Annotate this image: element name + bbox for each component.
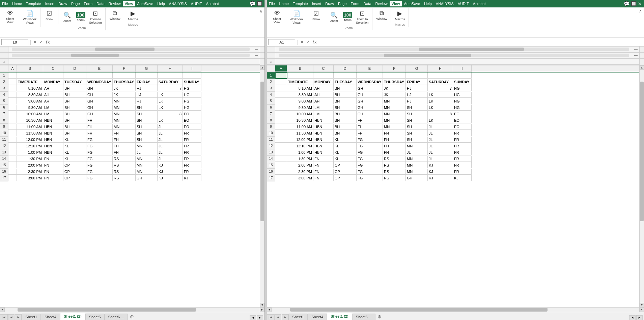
grid-cell[interactable]: HBN — [313, 137, 334, 143]
grid-cell[interactable]: FN — [43, 162, 63, 168]
grid-cell[interactable] — [63, 72, 86, 79]
grid-cell[interactable]: LM — [43, 111, 63, 117]
grid-cell[interactable]: LK — [428, 105, 453, 111]
grid-cell[interactable]: SUNDAY — [453, 79, 472, 85]
grid-cell[interactable]: FR — [453, 137, 472, 143]
grid-cell[interactable]: GH — [357, 111, 383, 117]
right-freeze-collapse-1[interactable]: — — [634, 47, 638, 51]
right-confirm-button[interactable]: ✓ — [305, 40, 311, 45]
grid-cell[interactable]: SUNDAY — [183, 79, 201, 85]
menu-page[interactable]: Page — [69, 1, 82, 6]
left-freeze-collapse-2[interactable]: — — [255, 53, 258, 57]
grid-cell[interactable]: BH — [334, 124, 357, 130]
grid-cell[interactable]: KL — [63, 137, 86, 143]
grid-cell[interactable]: FR — [453, 130, 472, 136]
grid-cell[interactable] — [8, 156, 17, 162]
grid-cell[interactable] — [383, 72, 406, 79]
grid-cell[interactable]: 1:00 PM — [287, 149, 313, 155]
grid-cell[interactable] — [43, 72, 63, 79]
row-number[interactable]: 9 — [267, 124, 275, 130]
grid-cell[interactable]: JL — [158, 149, 183, 155]
r-menu-acrobat[interactable]: Acrobat — [471, 1, 488, 6]
grid-cell[interactable]: 11:30 AM — [287, 130, 313, 136]
menu-autosave[interactable]: AutoSave — [135, 1, 155, 6]
grid-cell[interactable]: MN — [113, 111, 136, 117]
grid-cell[interactable]: JL — [158, 137, 183, 143]
left-function-button[interactable]: ƒx — [45, 40, 51, 45]
grid-cell[interactable] — [8, 124, 17, 130]
grid-cell[interactable]: BH — [334, 105, 357, 111]
grid-cell[interactable]: 8 — [428, 111, 453, 117]
grid-cell[interactable]: 11:00 AM — [287, 124, 313, 130]
grid-cell[interactable]: MN — [406, 162, 428, 168]
col-header-G-right[interactable]: G — [406, 65, 428, 72]
left-tab-first[interactable]: |◄ — [0, 314, 8, 320]
grid-cell[interactable]: FG — [357, 175, 383, 181]
grid-cell[interactable]: OP — [334, 162, 357, 168]
grid-cell[interactable]: RS — [383, 162, 406, 168]
grid-cell[interactable]: KJ — [428, 169, 453, 175]
right-tab-sheet1-2[interactable]: Sheet1 (2) — [327, 313, 352, 320]
grid-cell[interactable]: HJ — [406, 85, 428, 91]
grid-cell[interactable]: JL — [428, 156, 453, 162]
grid-cell[interactable]: FR — [183, 169, 201, 175]
grid-cell[interactable] — [8, 79, 17, 85]
grid-cell[interactable]: EO — [183, 124, 201, 130]
right-tab-sheet1[interactable]: Sheet1 — [288, 314, 308, 320]
grid-cell[interactable]: LK — [428, 117, 453, 123]
row-number[interactable]: 4 — [267, 92, 275, 98]
left-tab-prev[interactable]: ◄ — [8, 314, 15, 320]
menu-data[interactable]: Data — [94, 1, 106, 6]
grid-cell[interactable]: HBN — [43, 124, 63, 130]
grid-cell[interactable]: 10:00 AM — [287, 111, 313, 117]
grid-cell[interactable]: HBN — [313, 124, 334, 130]
grid-cell[interactable]: MN — [113, 98, 136, 104]
grid-cell[interactable]: HBN — [43, 130, 63, 136]
grid-cell[interactable]: TUESDAY — [334, 79, 357, 85]
grid-cell[interactable]: GH — [357, 105, 383, 111]
grid-cell[interactable] — [275, 105, 287, 111]
grid-cell[interactable]: JL — [158, 130, 183, 136]
grid-cell[interactable]: 1:30 PM — [287, 156, 313, 162]
right-vscroll-up[interactable]: ▲ — [640, 65, 644, 70]
grid-cell[interactable] — [8, 175, 17, 181]
grid-cell[interactable]: SH — [406, 105, 428, 111]
grid-cell[interactable]: HG — [453, 98, 472, 104]
grid-cell[interactable]: KL — [334, 143, 357, 149]
grid-cell[interactable]: AH — [313, 98, 334, 104]
row-number[interactable]: 12 — [0, 143, 8, 149]
grid-cell[interactable]: MN — [383, 117, 406, 123]
grid-cell[interactable]: SH — [406, 117, 428, 123]
grid-cell[interactable]: FN — [313, 156, 334, 162]
grid-cell[interactable]: HBN — [313, 143, 334, 149]
row-number[interactable]: 15 — [0, 162, 8, 169]
grid-cell[interactable]: GH — [357, 92, 383, 98]
grid-cell[interactable]: FR — [183, 162, 201, 168]
col-header-D-right[interactable]: D — [334, 65, 357, 72]
grid-cell[interactable] — [8, 111, 17, 117]
grid-cell[interactable]: GH — [357, 85, 383, 91]
row-number[interactable]: 11 — [267, 137, 275, 143]
grid-cell[interactable]: KJ — [428, 162, 453, 168]
grid-cell[interactable]: RS — [383, 175, 406, 181]
grid-cell[interactable]: RS — [113, 175, 136, 181]
grid-cell[interactable]: JL — [428, 130, 453, 136]
grid-cell[interactable]: GH — [357, 98, 383, 104]
left-hscroll-left[interactable]: ◄ — [0, 308, 5, 312]
col-header-H-left[interactable]: H — [158, 65, 183, 72]
row-number[interactable]: 2 — [267, 79, 275, 85]
grid-cell[interactable]: MN — [136, 169, 158, 175]
sheet-view-button[interactable]: 👁 SheetView — [3, 9, 17, 25]
grid-cell[interactable]: HG — [453, 85, 472, 91]
grid-cell[interactable]: HBN — [313, 117, 334, 123]
grid-cell[interactable]: GH — [86, 85, 113, 91]
left-tab-next[interactable]: ► — [15, 314, 22, 320]
grid-cell[interactable] — [275, 137, 287, 143]
row-number[interactable]: 17 — [267, 175, 275, 181]
r-workbook-views-button[interactable]: 📄 WorkbookViews — [288, 9, 305, 26]
col-header-E-right[interactable]: E — [357, 65, 383, 72]
r-menu-page[interactable]: Page — [336, 1, 349, 6]
grid-cell[interactable]: FR — [453, 149, 472, 155]
grid-cell[interactable]: FH — [357, 124, 383, 130]
grid-cell[interactable]: HBN — [43, 117, 63, 123]
